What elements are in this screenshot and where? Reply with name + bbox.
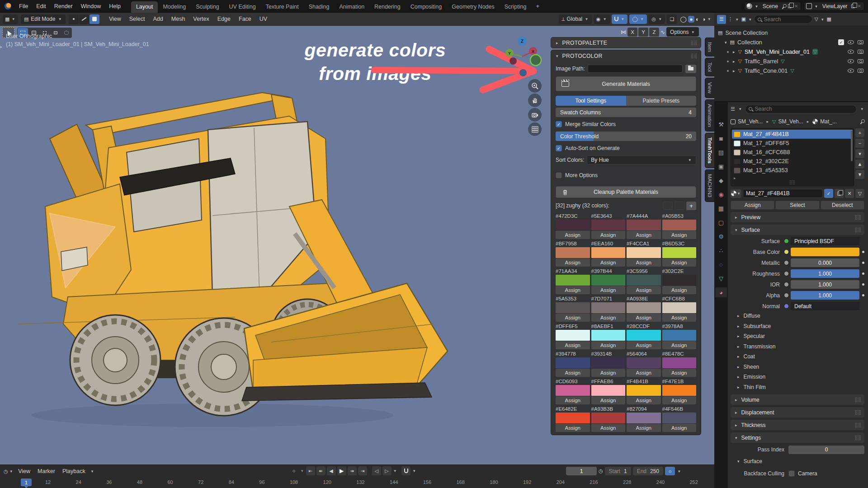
topbar-menu-item[interactable]: Help — [105, 0, 125, 13]
properties-tab-icon[interactable]: ▤ — [715, 147, 727, 157]
workspace-tab[interactable]: Texture Paint — [261, 1, 304, 13]
camera-visibility-icon[interactable] — [858, 50, 863, 54]
object-row[interactable]: ▸ ▽ Traffic_Cone.001 ▽ — [715, 66, 867, 75]
protopalette-header[interactable]: ▸ PROTOPALETTE ⣿⣿ — [551, 37, 701, 48]
play-button[interactable]: ▶ — [337, 466, 346, 475]
jump-to-start-button[interactable]: ⇤ — [306, 466, 315, 475]
swatch-assign-button[interactable]: Assign — [662, 314, 697, 322]
properties-search[interactable] — [745, 105, 857, 113]
viewport-menu-item[interactable]: Face — [235, 16, 255, 22]
solid-shading-button[interactable]: ● — [688, 16, 694, 23]
eye-icon[interactable] — [848, 50, 854, 54]
swatch-color[interactable] — [556, 275, 590, 286]
frame-tick-label[interactable]: 24 — [76, 479, 81, 485]
outliner-search[interactable] — [754, 15, 812, 23]
workspace-tab[interactable]: Sculpting — [191, 1, 224, 13]
material-slot-row[interactable]: Mat_16_#CFC6B8 — [732, 148, 853, 157]
frame-tick-label[interactable]: 204 — [557, 479, 565, 485]
swatch-assign-button[interactable]: Assign — [662, 258, 697, 267]
viewport-menu-item[interactable]: Add — [149, 16, 167, 22]
frame-tick-label[interactable]: 12 — [45, 479, 51, 485]
viewport-menu-item[interactable]: UV — [255, 16, 271, 22]
auto-keying-magnet-button[interactable] — [401, 466, 410, 475]
swatch-assign-button[interactable]: Assign — [556, 396, 590, 404]
swatch-assign-button[interactable]: Assign — [556, 424, 590, 432]
remove-material-slot-button[interactable]: − — [855, 139, 864, 148]
chevron-down-icon[interactable]: ▾ — [723, 40, 728, 45]
pin-icon[interactable] — [860, 119, 864, 124]
browse-material-button[interactable]: ▾ — [731, 189, 741, 198]
swatch-color[interactable] — [556, 357, 590, 368]
toolbar-toggle-arrow[interactable]: ▸ — [0, 44, 3, 50]
step-back-button[interactable]: ◁ — [372, 466, 381, 475]
swatch-assign-button[interactable]: Assign — [556, 258, 590, 267]
frame-tick-label[interactable]: 240 — [656, 479, 665, 485]
workspace-tab[interactable]: Scripting — [500, 1, 532, 13]
panel-grip-icon[interactable]: ⣿⣿ — [854, 215, 861, 220]
viewport-menu-item[interactable]: View — [105, 16, 125, 22]
swatch-color[interactable] — [556, 385, 590, 396]
chevron-down-icon[interactable]: ▾ — [393, 469, 398, 473]
collapsed-panel-header[interactable]: ▸ Thickness ⣿⣿ — [731, 420, 864, 430]
overlays-toggle[interactable]: ❏ — [667, 14, 677, 24]
frame-tick-label[interactable]: 108 — [290, 479, 298, 485]
timeline-menu-item[interactable]: Playback — [59, 468, 89, 474]
swatch-assign-button[interactable]: Assign — [591, 231, 626, 239]
unlink-material-button[interactable]: ✕ — [845, 189, 854, 198]
property-field[interactable]: 1.000 — [791, 291, 859, 300]
swatch-color[interactable] — [591, 247, 626, 258]
material-shading-button[interactable]: ◐ — [694, 16, 701, 23]
close-icon[interactable]: ✕ — [793, 4, 799, 9]
sidebar-tab[interactable]: Tool — [705, 58, 714, 76]
sidebar-tab[interactable]: MACHIN3 — [705, 169, 714, 202]
frame-tick-label[interactable]: 60 — [167, 479, 173, 485]
swatch-assign-button[interactable]: Assign — [556, 314, 590, 322]
property-field[interactable]: 1.000 — [791, 280, 859, 289]
swatch-assign-button[interactable]: Assign — [627, 369, 661, 377]
properties-tab-icon[interactable]: ⚒ — [715, 119, 727, 129]
surface-panel-header[interactable]: ▾ Surface ⣿⣿ — [731, 225, 864, 235]
animate-dot-icon[interactable] — [862, 283, 864, 286]
properties-tab-icon[interactable]: ◆ — [715, 175, 727, 185]
edge-select-button[interactable] — [79, 14, 89, 24]
chevron-right-icon[interactable]: ▸ — [731, 59, 736, 64]
swatch-color[interactable] — [556, 220, 590, 230]
add-workspace-button[interactable]: + — [531, 3, 544, 9]
swatch-color[interactable] — [591, 357, 626, 368]
tree-filter-icon[interactable]: ⋮ — [728, 16, 733, 22]
breadcrumb-object[interactable]: SM_Veh... — [738, 118, 763, 125]
properties-tab-icon[interactable]: ∴ — [715, 245, 727, 255]
breadcrumb-mesh[interactable]: SM_Veh... — [778, 118, 803, 125]
swatch-assign-button[interactable]: Assign — [627, 341, 661, 349]
rendered-shading-button[interactable]: ◑ — [701, 16, 707, 23]
collapsed-panel-header[interactable]: ▸ Volume ⣿⣿ — [731, 394, 864, 405]
vertex-select-button[interactable] — [69, 14, 79, 24]
start-frame-field[interactable]: Start 1 — [605, 467, 631, 475]
more-options-checkbox[interactable]: ✓ — [556, 172, 562, 178]
swatch-assign-button[interactable]: Assign — [662, 396, 697, 404]
material-action-button[interactable]: Select — [775, 201, 819, 210]
toggle-orthographic-button[interactable] — [528, 122, 542, 136]
pass-index-field[interactable]: 0 — [788, 446, 864, 454]
property-field[interactable] — [791, 248, 859, 256]
sidebar-tab[interactable]: Animation — [705, 99, 714, 131]
properties-editor-icon[interactable]: ☰ — [731, 106, 735, 112]
object-row[interactable]: ▸ ▽ SM_Veh_Mini_Loader_01 ▽ — [715, 47, 867, 56]
new-collection-icon[interactable]: ▦ — [826, 16, 831, 22]
camera-visibility-icon[interactable] — [858, 40, 863, 44]
scene-collection-row[interactable]: ▤ Scene Collection — [715, 28, 867, 38]
add-color-button[interactable]: + — [686, 202, 696, 210]
surface-subsection-row[interactable]: ▸ Subsurface — [731, 321, 864, 332]
surface-subsection-row[interactable]: ▸ Thin Film — [731, 382, 864, 393]
link-mode-button[interactable]: ▽ — [855, 189, 864, 198]
surface-subsection-row[interactable]: ▸ Transmission — [731, 342, 864, 352]
swatch-color[interactable] — [627, 220, 661, 230]
swatch-color[interactable] — [556, 330, 590, 341]
playback-sync-button[interactable]: ○ — [665, 467, 675, 475]
property-field[interactable]: 1.000 — [791, 269, 859, 278]
swatch-color[interactable] — [662, 302, 697, 313]
swatch-assign-button[interactable]: Assign — [627, 396, 661, 404]
swatch-assign-button[interactable]: Assign — [627, 286, 661, 294]
swatch-color[interactable] — [591, 275, 626, 286]
sidebar-tab[interactable]: TrinhTools — [705, 133, 714, 168]
